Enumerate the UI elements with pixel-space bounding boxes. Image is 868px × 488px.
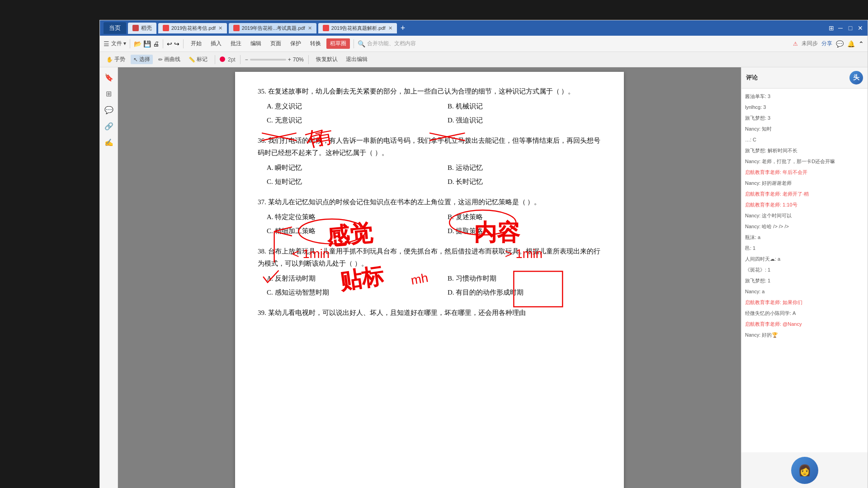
chat-user-pingmo: 瓶沫: a [745, 235, 760, 240]
question-35: 35. 在复述故事时，幼儿会删去无关紧要的部分，加上一些自己认为合理的细节，这种… [258, 85, 601, 127]
expand-icon[interactable]: ⌃ [859, 40, 864, 47]
sidebar-link-icon[interactable]: 🔗 [104, 121, 114, 131]
toolbar-bianji[interactable]: 编辑 [247, 38, 265, 49]
chat-item-lvfei: 旅飞梦想: 3 [745, 114, 864, 122]
restore-defaults-btn[interactable]: 恢复默认 [313, 55, 340, 64]
q38-optB: B. 习惯动作时期 [448, 272, 601, 285]
chat-item-nancy3: Nancy: 好的谢谢老师 [745, 179, 864, 187]
sep4 [354, 39, 354, 48]
tab-pdf3-icon [323, 25, 329, 31]
ruler-tool-btn[interactable]: 📏 标记 [186, 55, 210, 64]
chat-user-nancy7: Nancy: 好的🏆 [745, 332, 778, 338]
tab-daoke-label: 稻壳 [141, 24, 152, 32]
sidebar-bookmark-icon[interactable]: 🔖 [104, 72, 114, 83]
question-39: 39. 某幼儿看电视时，可以说出好人、坏人，且知道好在哪里，坏在哪里，还会用各种… [258, 307, 601, 319]
tab-home[interactable]: 当页 [104, 22, 126, 34]
toolbar-yemian[interactable]: 页面 [267, 38, 285, 49]
maximize-btn[interactable]: □ [847, 24, 854, 32]
toolbar-baohu[interactable]: 保护 [287, 38, 305, 49]
tab-pdf3[interactable]: 2019告花裕真题解析.pdf ✕ [318, 23, 397, 33]
tab-pdf1-label: 2019告花裕考信.pdf [171, 25, 216, 32]
chat-item-nancy1: Nancy: 知时 [745, 125, 864, 133]
chat-user-lvfei2: 旅飞梦想: 解析时间不长 [745, 148, 797, 153]
chat-user-host2: 启航教育李老师: 老师开了·稍 [745, 191, 809, 197]
chat-item-jiangdan: 酱油单车: 3 [745, 92, 864, 100]
layout-btn[interactable]: ⊞ [829, 24, 834, 32]
chat-user-lvfei3: 旅飞梦想: 1 [745, 278, 770, 283]
search-icon[interactable]: 🔍 [358, 40, 365, 47]
toolbar-redo-icon[interactable]: ↪ [174, 40, 179, 47]
sep1 [130, 39, 130, 48]
q38-options: A. 反射活动时期 B. 习惯动作时期 C. 感知运动智慧时期 D. 有目的的动… [267, 272, 601, 299]
toolbar-charu[interactable]: 插入 [207, 38, 225, 49]
hand-icon: ✋ [106, 56, 113, 63]
toolbar-pizhu[interactable]: 批注 [227, 38, 245, 49]
q36-text: 36. 我们打电话的时候，有人告诉一串新的电话号码，我们拿手机立马拨出去能记住，… [258, 135, 601, 159]
zoom-in-btn[interactable]: + [288, 56, 291, 63]
q36-options: A. 瞬时记忆 B. 运动记忆 C. 短时记忆 D. 长时记忆 [267, 162, 601, 188]
q35-optC: C. 无意识记 [267, 114, 420, 127]
chat-item-nancy6: Nancy: a [745, 287, 864, 296]
sidebar-sign-icon[interactable]: ✍ [104, 137, 114, 148]
ruler-icon: 📏 [189, 56, 195, 63]
main-toolbar: ☰ 文件 ▾ 📂 💾 🖨 ↩ ↪ 开始 插入 批注 编辑 页面 保护 转换 稻草… [100, 36, 868, 52]
host-avatar-emoji: 👩 [798, 464, 811, 477]
toolbar-zhuanhuan[interactable]: 转换 [307, 38, 325, 49]
chat-item-lvfei3: 旅飞梦想: 1 [745, 277, 864, 285]
sep-draw1 [215, 55, 215, 64]
hand-tool-btn[interactable]: ✋ 手势 [104, 55, 128, 64]
chat-footer: 👩 [741, 452, 868, 488]
chat-user-nancy4: Nancy: 这个时间可以 [745, 213, 792, 218]
pdf-viewer: 35. 在复述故事时，幼儿会删去无关紧要的部分，加上一些自己认为合理的细节，这种… [118, 67, 741, 488]
color-swatch[interactable] [220, 56, 225, 64]
chat-item-nancy5: Nancy: 哈哈 /> /> /> [745, 222, 864, 230]
toolbar-save-icon[interactable]: 💾 [143, 40, 151, 47]
q37-options: A. 特定定位策略 B. 复述策略 C. 精细加工策略 D. 提取策略 [267, 211, 601, 237]
cursor-tool-btn[interactable]: ↖ 选择 [131, 55, 153, 64]
chat-item-dots: …: C [745, 136, 864, 144]
q38-optD: D. 有目的的动作形成时期 [448, 286, 601, 299]
tab-pdf1[interactable]: 2019告花裕考信.pdf ✕ [158, 23, 227, 33]
tab-pdf1-close[interactable]: ✕ [218, 25, 222, 31]
tab-pdf2[interactable]: 2019年告花裕...考试真题.pdf ✕ [229, 23, 316, 33]
q38-text: 38. 台布上放着玩具，儿童用手抓不到玩具台布，便先抓台布，然后借拉进布而获取玩… [258, 245, 601, 270]
chat-user-lyn: lynlhcg: 3 [745, 104, 766, 110]
chat-item-yi: 邑: 1 [745, 244, 864, 252]
notification-icon[interactable]: 🔔 [847, 40, 855, 47]
search-label[interactable]: 合并功能、文档内容 [367, 40, 416, 47]
minimize-btn[interactable]: ─ [837, 24, 844, 32]
tab-pdf2-close[interactable]: ✕ [308, 25, 312, 31]
pen-tool-btn[interactable]: ✏ 画曲线 [156, 55, 183, 64]
chat-user-lvfei: 旅飞梦想: 3 [745, 115, 770, 121]
toolbar-btn-file[interactable]: 文件 ▾ [111, 40, 126, 47]
tab-add-button[interactable]: + [401, 23, 406, 33]
exit-edit-btn[interactable]: 退出编辑 [343, 55, 370, 64]
menu-toggle-icon[interactable]: ☰ [104, 40, 109, 47]
content-area: 🔖 ⊞ 💬 🔗 ✍ 35. 在复述故事时，幼儿会删去无关紧要的部分，加上一些自己… [100, 67, 868, 488]
share-btn[interactable]: 分享 [821, 40, 832, 47]
chat-user-jingwei: 经微失忆的小陈同学: A [745, 310, 796, 316]
zoom-slider[interactable] [250, 59, 286, 61]
chat-user-nancy1: Nancy: 知时 [745, 126, 772, 131]
tab-pdf3-close[interactable]: ✕ [388, 25, 392, 31]
sidebar-comment-icon[interactable]: 💬 [104, 104, 114, 115]
zoom-out-btn[interactable]: − [245, 56, 248, 63]
sep2 [163, 39, 163, 48]
sep3 [183, 39, 184, 48]
sidebar-thumbnail-icon[interactable]: ⊞ [104, 88, 114, 99]
chat-item-pingmo: 瓶沫: a [745, 233, 864, 241]
toolbar-kaishi[interactable]: 开始 [187, 38, 205, 49]
toolbar-highlight-btn[interactable]: 稻草圈 [326, 38, 350, 49]
comment-icon[interactable]: 💬 [836, 40, 844, 47]
tab-daoke[interactable]: 稻壳 [128, 23, 156, 34]
left-sidebar: 🔖 ⊞ 💬 🔗 ✍ [100, 67, 118, 488]
chat-item-lvfei2: 旅飞梦想: 解析时间不长 [745, 146, 864, 155]
toolbar-print-icon[interactable]: 🖨 [153, 40, 159, 47]
q37-text: 37. 某幼儿在记忆知识点的时候会记住知识点在书本的左上角位置，这运用的记忆策略… [258, 196, 601, 208]
question-36: 36. 我们打电话的时候，有人告诉一串新的电话号码，我们拿手机立马拨出去能记住，… [258, 135, 601, 188]
close-btn[interactable]: ✕ [857, 24, 864, 32]
chat-message-list[interactable]: 酱油单车: 3 lynlhcg: 3 旅飞梦想: 3 Nancy: 知时 …: … [741, 89, 868, 452]
toolbar-open-icon[interactable]: 📂 [134, 40, 142, 47]
not-active-label: 2pt [228, 56, 236, 63]
toolbar-undo-icon[interactable]: ↩ [167, 40, 172, 47]
